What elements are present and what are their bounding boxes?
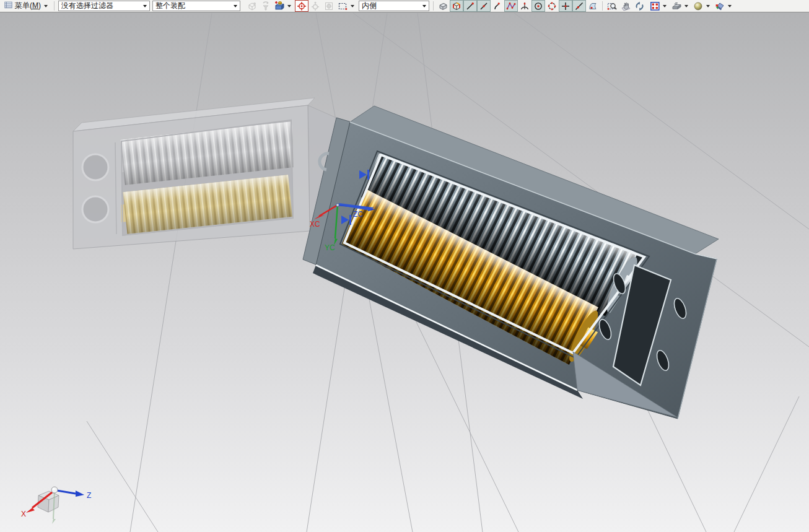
section-button[interactable] [713, 0, 727, 12]
cad-application-window: 菜单(M) 没有选择过滤器 整个装配 [0, 0, 809, 532]
point-crosshair-icon [310, 1, 320, 11]
circle-center-icon [533, 1, 543, 11]
line-midpoint-icon [479, 1, 489, 11]
material-button[interactable] [691, 0, 705, 12]
rectangle-select-button[interactable] [336, 0, 349, 12]
material-sphere-icon [693, 1, 703, 11]
snap-midpoint-button[interactable] [477, 0, 491, 12]
zoom-area-button[interactable] [605, 0, 619, 12]
render-style-dropdown-arrow[interactable] [684, 5, 688, 7]
ghost-panel-hole[interactable] [82, 196, 108, 222]
snap-quadrant-button[interactable] [545, 0, 559, 12]
fit-window-icon [650, 1, 660, 11]
add-component-dropdown-arrow[interactable] [287, 5, 291, 7]
combo-dropdown-arrow [143, 5, 147, 7]
selection-scope-combo[interactable]: 整个装配 [152, 1, 240, 11]
view-triad[interactable]: X Z [21, 487, 91, 524]
snap-target-icon [297, 1, 307, 11]
menu-button[interactable]: 菜单(M) [1, 1, 51, 11]
curve-endpoint-icon [492, 1, 502, 11]
boundary-combo[interactable]: 内侧 [359, 1, 429, 11]
combo-dropdown-arrow [422, 5, 426, 7]
show-component-button[interactable] [245, 0, 259, 12]
selection-filter-value: 没有选择过滤器 [61, 1, 113, 11]
section-dropdown-arrow[interactable] [728, 5, 732, 7]
snap-arc-apex-button[interactable] [518, 0, 531, 12]
point-on-face-icon [588, 1, 598, 11]
snap-control-point-button[interactable] [491, 0, 504, 12]
menu-label: 菜单(M) [15, 1, 41, 11]
pan-button[interactable] [619, 0, 632, 12]
filter-funnel-icon [261, 1, 271, 11]
solid-block-icon [438, 1, 448, 11]
rectangle-select-dropdown-arrow[interactable] [351, 5, 354, 7]
cube-red-edges-icon [452, 1, 461, 11]
fit-window-dropdown-arrow[interactable] [663, 5, 667, 7]
boundary-value: 内侧 [362, 1, 377, 11]
snap-center-button[interactable] [531, 0, 545, 12]
shaded-object-icon [671, 1, 682, 11]
rectangle-select-icon [338, 1, 348, 11]
add-component-button[interactable] [273, 0, 286, 12]
toolbar-separator [54, 1, 55, 11]
point-on-curve-icon [574, 1, 584, 11]
render-style-button[interactable] [670, 0, 683, 12]
section-view-icon [715, 1, 725, 11]
selection-scope-value: 整个装配 [155, 1, 185, 11]
line-endpoint-icon [465, 1, 475, 11]
add-component-icon [274, 1, 285, 11]
fit-window-button[interactable] [648, 0, 662, 12]
wcs-y-label: YC [325, 243, 335, 252]
point-constructor-button[interactable] [322, 0, 336, 12]
combo-dropdown-arrow [234, 5, 237, 7]
snap-pole-button[interactable] [504, 0, 518, 12]
toolbar-separator [433, 1, 434, 11]
zoom-area-icon [607, 1, 618, 11]
component-box-icon [247, 1, 257, 11]
toolbar-separator [602, 1, 603, 11]
menu-grid-icon [4, 1, 13, 11]
snap-solid-button[interactable] [436, 0, 450, 12]
snap-point-on-face-button[interactable] [586, 0, 600, 12]
snap-edge-button[interactable] [450, 0, 463, 12]
wcs-z-label: ZC [353, 210, 363, 219]
ghost-panel-hole[interactable] [82, 154, 108, 180]
wcs-x-label: XC [310, 220, 320, 229]
top-toolbar: 菜单(M) 没有选择过滤器 整个装配 [0, 0, 809, 12]
snap-point-toggle-button[interactable] [295, 0, 308, 12]
pan-hand-icon [621, 1, 631, 11]
menu-dropdown-arrow [44, 5, 48, 7]
snap-point-on-curve-button[interactable] [572, 0, 586, 12]
rotate-arrows-icon [634, 1, 645, 11]
filter-refresh-button[interactable] [259, 0, 273, 12]
snap-intersection-button[interactable] [559, 0, 572, 12]
intersection-cross-icon [561, 1, 571, 11]
rotate-button[interactable] [632, 0, 646, 12]
spline-poles-icon [506, 1, 516, 11]
arc-apex-icon [520, 1, 530, 11]
graphics-viewport[interactable]: XC YC ZC X Z [0, 12, 809, 532]
point-on-box-icon [324, 1, 334, 11]
material-dropdown-arrow[interactable] [706, 5, 710, 7]
circle-quadrant-icon [547, 1, 557, 11]
triad-x-label: X [21, 510, 26, 518]
triad-z-label: Z [87, 491, 91, 500]
selection-filter-combo[interactable]: 没有选择过滤器 [58, 1, 150, 11]
point-dialog-button[interactable] [308, 0, 322, 12]
model-canvas[interactable]: XC YC ZC X Z [0, 12, 809, 532]
solid-assembly[interactable] [303, 106, 719, 419]
snap-endpoint-button[interactable] [463, 0, 477, 12]
